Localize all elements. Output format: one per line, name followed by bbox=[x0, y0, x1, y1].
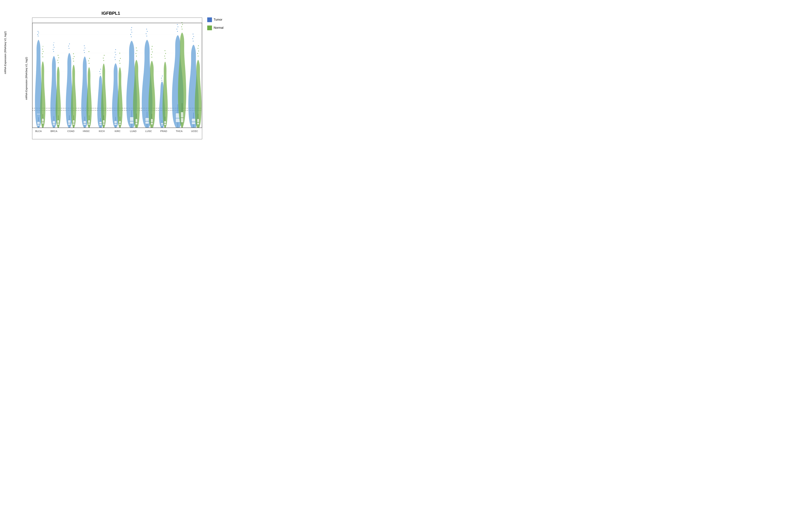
svg-rect-19 bbox=[37, 121, 40, 126]
svg-point-152 bbox=[165, 58, 166, 59]
svg-point-16 bbox=[38, 33, 39, 33]
svg-point-25 bbox=[43, 51, 44, 52]
kich-normal-violin bbox=[101, 55, 106, 128]
svg-point-50 bbox=[68, 46, 69, 47]
svg-point-140 bbox=[152, 46, 153, 47]
svg-rect-141 bbox=[151, 119, 153, 124]
coad-normal-violin bbox=[71, 53, 76, 128]
svg-point-179 bbox=[193, 34, 194, 35]
chart-svg: 0 2 4 6 8 10 bbox=[32, 18, 202, 139]
prad-normal-violin bbox=[163, 50, 168, 128]
svg-rect-132 bbox=[145, 118, 149, 124]
svg-point-15 bbox=[37, 34, 38, 35]
y-axis-label-text: mRNA Expression (RNASeq V2, log2) bbox=[4, 31, 7, 74]
svg-rect-37 bbox=[52, 121, 55, 125]
svg-point-121 bbox=[136, 53, 136, 54]
svg-point-88 bbox=[103, 58, 104, 58]
svg-text:BRCA: BRCA bbox=[50, 130, 57, 132]
svg-point-128 bbox=[146, 36, 147, 36]
svg-point-178 bbox=[193, 36, 194, 37]
svg-text:LUSC: LUSC bbox=[145, 130, 152, 132]
legend-item-tumor: Tumor bbox=[207, 17, 231, 22]
svg-point-64 bbox=[84, 52, 85, 53]
svg-point-65 bbox=[84, 50, 85, 51]
normal-legend-box bbox=[207, 25, 212, 30]
svg-rect-172 bbox=[181, 112, 184, 122]
svg-point-136 bbox=[151, 57, 152, 57]
svg-point-72 bbox=[89, 63, 90, 64]
svg-text:PRAD: PRAD bbox=[160, 130, 167, 132]
svg-rect-107 bbox=[119, 121, 121, 125]
svg-point-155 bbox=[165, 50, 165, 51]
svg-rect-28 bbox=[42, 118, 44, 124]
svg-point-160 bbox=[177, 31, 178, 32]
svg-point-67 bbox=[84, 45, 85, 46]
svg-point-87 bbox=[103, 60, 104, 61]
svg-point-36 bbox=[54, 42, 54, 43]
svg-point-184 bbox=[198, 56, 199, 56]
svg-point-185 bbox=[197, 53, 198, 54]
svg-point-89 bbox=[104, 55, 105, 56]
svg-point-73 bbox=[88, 60, 89, 61]
svg-rect-18 bbox=[37, 114, 40, 114]
svg-point-104 bbox=[119, 60, 120, 61]
svg-text:KIRC: KIRC bbox=[115, 130, 120, 132]
svg-point-111 bbox=[131, 36, 132, 37]
svg-point-41 bbox=[58, 62, 59, 63]
svg-rect-124 bbox=[135, 119, 138, 124]
svg-point-81 bbox=[99, 71, 100, 72]
svg-point-122 bbox=[137, 50, 137, 51]
svg-point-145 bbox=[161, 80, 162, 80]
kirc-normal-violin bbox=[117, 53, 122, 128]
svg-point-129 bbox=[146, 33, 147, 34]
chart-legend: Tumor Normal bbox=[206, 14, 233, 34]
svg-point-56 bbox=[73, 61, 74, 61]
svg-point-66 bbox=[85, 48, 86, 49]
svg-rect-45 bbox=[57, 120, 59, 125]
svg-rect-116 bbox=[130, 117, 134, 124]
svg-point-97 bbox=[115, 52, 115, 53]
tumor-legend-box bbox=[207, 17, 212, 22]
svg-rect-189 bbox=[197, 119, 199, 124]
svg-point-154 bbox=[165, 53, 166, 54]
svg-point-34 bbox=[54, 47, 54, 48]
svg-point-177 bbox=[192, 38, 193, 39]
svg-point-161 bbox=[176, 29, 177, 30]
svg-text:THCA: THCA bbox=[176, 130, 183, 132]
svg-rect-156 bbox=[164, 121, 166, 125]
svg-point-131 bbox=[146, 29, 147, 30]
svg-point-123 bbox=[136, 48, 137, 48]
svg-point-153 bbox=[164, 56, 165, 56]
svg-point-59 bbox=[73, 53, 74, 54]
svg-point-163 bbox=[177, 24, 178, 25]
svg-point-35 bbox=[53, 45, 54, 45]
svg-point-113 bbox=[132, 32, 132, 33]
svg-point-26 bbox=[42, 49, 43, 50]
svg-point-94 bbox=[115, 59, 116, 60]
svg-point-44 bbox=[58, 55, 58, 56]
svg-point-169 bbox=[181, 26, 182, 27]
svg-text:KICH: KICH bbox=[99, 130, 105, 132]
svg-point-49 bbox=[69, 48, 69, 49]
svg-point-105 bbox=[120, 58, 121, 59]
plot-area: IGFBPL1 mRNA Expression (RNASeq V2, log2… bbox=[4, 4, 206, 144]
svg-point-23 bbox=[43, 56, 43, 57]
svg-point-43 bbox=[58, 57, 59, 58]
svg-rect-68 bbox=[84, 121, 86, 125]
svg-point-186 bbox=[198, 51, 199, 51]
svg-text:LUAD: LUAD bbox=[130, 130, 137, 132]
svg-point-170 bbox=[182, 24, 183, 25]
svg-point-33 bbox=[53, 49, 54, 50]
svg-point-137 bbox=[151, 54, 152, 55]
svg-point-82 bbox=[100, 69, 101, 70]
svg-rect-90 bbox=[103, 120, 105, 125]
svg-point-32 bbox=[53, 51, 54, 52]
svg-point-17 bbox=[38, 31, 38, 32]
svg-point-24 bbox=[42, 53, 43, 54]
svg-text:BLCA: BLCA bbox=[35, 130, 42, 132]
svg-point-103 bbox=[119, 63, 120, 64]
svg-rect-180 bbox=[192, 118, 195, 124]
svg-point-168 bbox=[182, 29, 183, 30]
svg-point-112 bbox=[130, 34, 131, 35]
svg-rect-52 bbox=[68, 120, 71, 125]
